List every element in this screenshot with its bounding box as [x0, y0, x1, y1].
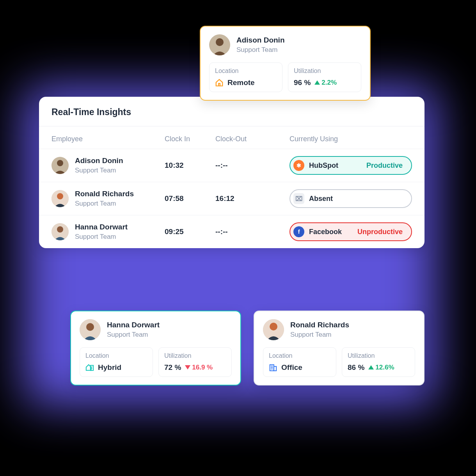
- svg-rect-16: [274, 366, 276, 371]
- hybrid-icon: [85, 363, 94, 372]
- clock-out-value: --:--: [215, 227, 228, 236]
- profile-card-hanna[interactable]: Hanna Dorwart Support Team Location Hybr…: [70, 311, 241, 385]
- app-icon: f: [293, 226, 304, 237]
- location-box: Location Office: [263, 347, 336, 377]
- profile-card-ronald[interactable]: Ronald Richards Support Team Location Of…: [254, 311, 424, 385]
- svg-point-14: [270, 323, 277, 330]
- productivity-status: Unproductive: [357, 228, 403, 236]
- svg-point-7: [216, 38, 224, 46]
- location-box: Location Remote: [209, 62, 282, 92]
- employee-team: Support Team: [75, 167, 123, 174]
- profile-team: Support Team: [107, 331, 160, 339]
- employee-team: Support Team: [75, 233, 128, 241]
- productivity-status: Productive: [366, 162, 403, 170]
- utilization-box: Utilization 96 % 2.2%: [288, 62, 361, 92]
- profile-team: Support Team: [236, 46, 284, 54]
- employee-team: Support Team: [75, 200, 134, 208]
- col-currently-using: Currently Using: [290, 135, 412, 143]
- table-row[interactable]: Hanna Dorwart Support Team 09:25 --:-- f…: [39, 215, 424, 248]
- home-icon: [215, 78, 224, 87]
- profile-card-adison[interactable]: Adison Donin Support Team Location Remot…: [200, 26, 371, 101]
- svg-point-1: [57, 160, 63, 166]
- table-row[interactable]: Adison Donin Support Team 10:32 --:-- ✱ …: [39, 149, 424, 182]
- col-employee: Employee: [52, 135, 165, 143]
- clock-out-value: 16:12: [215, 194, 234, 202]
- office-icon: [269, 363, 277, 372]
- table-row[interactable]: Ronald Richards Support Team 07:58 16:12…: [39, 182, 424, 215]
- employee-name: Adison Donin: [75, 156, 123, 165]
- employee-name: Hanna Dorwart: [75, 223, 128, 231]
- app-name: Absent: [309, 195, 333, 203]
- app-name: HubSpot: [309, 162, 338, 170]
- profile-team: Support Team: [290, 331, 349, 339]
- clock-in-value: 07:58: [165, 194, 184, 202]
- col-clock-in: Clock In: [165, 135, 215, 143]
- app-name: Facebook: [309, 228, 342, 236]
- avatar: [80, 319, 101, 340]
- utilization-box: Utilization 86 % 12.6%: [342, 347, 415, 377]
- svg-point-9: [86, 323, 94, 331]
- avatar: [263, 319, 284, 340]
- app-icon: ⌧: [293, 193, 304, 204]
- usage-pill[interactable]: f Facebook Unproductive: [290, 222, 412, 241]
- employee-name: Ronald Richards: [75, 190, 134, 198]
- trend-up-icon: 2.2%: [314, 79, 337, 87]
- col-clock-out: Clock-Out: [215, 135, 290, 143]
- app-icon: ✱: [293, 160, 304, 171]
- profile-name: Hanna Dorwart: [107, 321, 160, 329]
- utilization-box: Utilization 72 % 16.9 %: [158, 347, 232, 377]
- clock-in-value: 09:25: [165, 227, 184, 236]
- svg-point-3: [57, 193, 63, 199]
- usage-pill[interactable]: ⌧ Absent: [290, 189, 412, 208]
- profile-name: Adison Donin: [236, 36, 284, 44]
- avatar: [52, 223, 69, 240]
- trend-up-icon: 12.6%: [368, 364, 394, 371]
- clock-out-value: --:--: [215, 161, 228, 169]
- avatar: [209, 34, 230, 55]
- panel-title: Real-Time Insights: [39, 97, 424, 126]
- insights-panel: Real-Time Insights Employee Clock In Clo…: [39, 97, 424, 248]
- location-box: Location Hybrid: [80, 347, 153, 377]
- avatar: [52, 157, 69, 174]
- profile-name: Ronald Richards: [290, 321, 349, 329]
- clock-in-value: 10:32: [165, 161, 184, 169]
- usage-pill[interactable]: ✱ HubSpot Productive: [290, 156, 412, 175]
- avatar: [52, 190, 69, 207]
- svg-point-5: [57, 226, 63, 233]
- table-header: Employee Clock In Clock-Out Currently Us…: [39, 126, 424, 149]
- trend-down-icon: 16.9 %: [185, 364, 213, 371]
